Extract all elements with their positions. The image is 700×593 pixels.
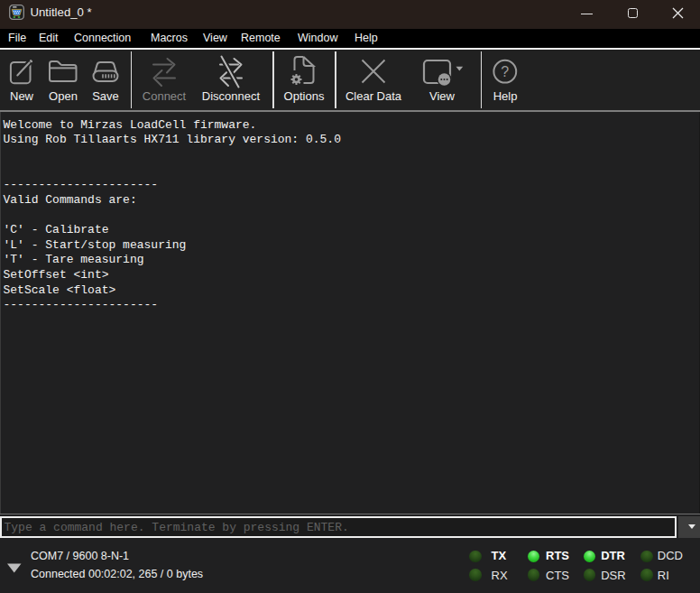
svg-text:?: ? <box>501 64 509 79</box>
